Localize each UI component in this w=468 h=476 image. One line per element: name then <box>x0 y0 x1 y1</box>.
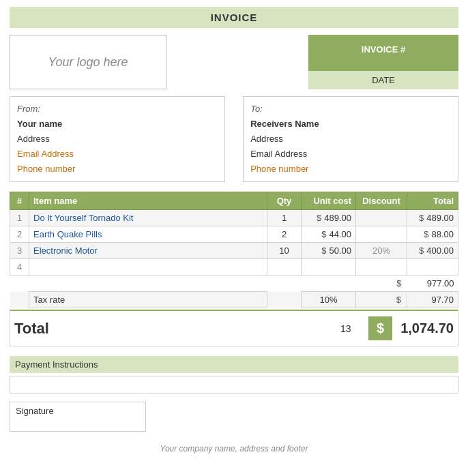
table-row: 1Do It Yourself Tornado Kit1$489.00$489.… <box>10 210 458 226</box>
tax-amount: 97.70 <box>407 292 458 308</box>
to-email: Email Address <box>250 147 451 162</box>
row-qty: 10 <box>267 243 302 259</box>
row-discount <box>356 226 407 243</box>
to-label: To: <box>250 102 451 117</box>
signature-label: Signature <box>16 406 54 416</box>
col-header-total: Total <box>407 192 458 210</box>
row-qty <box>267 259 302 276</box>
items-table: # Item name Qty Unit cost Discount Total… <box>10 192 458 308</box>
row-total <box>407 259 458 276</box>
total-qty: 13 <box>329 323 363 334</box>
total-section: Total 13 $ 1,074.70 <box>10 310 458 346</box>
row-total: $88.00 <box>407 226 458 243</box>
address-row: From: Your name Address Email Address Ph… <box>10 96 458 182</box>
row-num: 2 <box>10 226 29 243</box>
invoice-date-box: DATE <box>308 71 458 89</box>
from-label: From: <box>17 102 218 117</box>
from-email: Email Address <box>17 147 218 162</box>
row-qty: 1 <box>267 210 302 226</box>
row-unitcost: $50.00 <box>302 243 356 259</box>
from-name: Your name <box>17 117 218 132</box>
row-item: Earth Quake Pills <box>29 226 267 243</box>
from-address: Address <box>17 132 218 147</box>
signature-section: Signature <box>10 402 458 432</box>
invoice-title: INVOICE <box>10 7 458 28</box>
footer: Your company name, address and footer <box>10 444 458 453</box>
row-unitcost <box>302 259 356 276</box>
payment-input[interactable] <box>10 376 458 393</box>
invoice-number-box: INVOICE # <box>308 35 458 71</box>
row-num: 3 <box>10 243 29 259</box>
header-row: Your logo here INVOICE # DATE <box>10 35 458 89</box>
row-item: Do It Yourself Tornado Kit <box>29 210 267 226</box>
to-address: Address <box>250 132 451 147</box>
total-amount: 1,074.70 <box>392 321 454 336</box>
total-dollar-sign: $ <box>368 316 392 340</box>
row-discount: 20% <box>356 243 407 259</box>
payment-label: Payment Instructions <box>10 356 458 373</box>
logo-placeholder: Your logo here <box>48 55 128 70</box>
row-item <box>29 259 267 276</box>
from-box: From: Your name Address Email Address Ph… <box>10 96 225 182</box>
payment-section: Payment Instructions <box>10 356 458 393</box>
to-box: To: Receivers Name Address Email Address… <box>243 96 458 182</box>
table-row: 2Earth Quake Pills2$44.00$88.00 <box>10 226 458 243</box>
row-unitcost: $44.00 <box>302 226 356 243</box>
subtotal-row: $ 977.00 <box>10 276 458 292</box>
tax-row: Tax rate 10% $ 97.70 <box>10 292 458 308</box>
row-qty: 2 <box>267 226 302 243</box>
col-header-discount: Discount <box>356 192 407 210</box>
to-phone: Phone number <box>250 162 451 177</box>
row-total: $400.00 <box>407 243 458 259</box>
tax-label: Tax rate <box>29 292 267 308</box>
logo-box: Your logo here <box>10 35 166 89</box>
row-discount <box>356 210 407 226</box>
row-num: 1 <box>10 210 29 226</box>
tax-rate: 10% <box>302 292 356 308</box>
col-header-item: Item name <box>29 192 267 210</box>
total-label: Total <box>14 320 329 338</box>
row-discount <box>356 259 407 276</box>
invoice-meta: INVOICE # DATE <box>308 35 458 89</box>
row-unitcost: $489.00 <box>302 210 356 226</box>
signature-box: Signature <box>10 402 146 432</box>
table-header-row: # Item name Qty Unit cost Discount Total <box>10 192 458 210</box>
from-phone: Phone number <box>17 162 218 177</box>
row-total: $489.00 <box>407 210 458 226</box>
to-name: Receivers Name <box>250 117 451 132</box>
row-item: Electronic Motor <box>29 243 267 259</box>
col-header-unitcost: Unit cost <box>302 192 356 210</box>
table-row: 4 <box>10 259 458 276</box>
col-header-num: # <box>10 192 29 210</box>
col-header-qty: Qty <box>267 192 302 210</box>
subtotal-value: 977.00 <box>407 276 458 292</box>
table-row: 3Electronic Motor10$50.0020%$400.00 <box>10 243 458 259</box>
row-num: 4 <box>10 259 29 276</box>
